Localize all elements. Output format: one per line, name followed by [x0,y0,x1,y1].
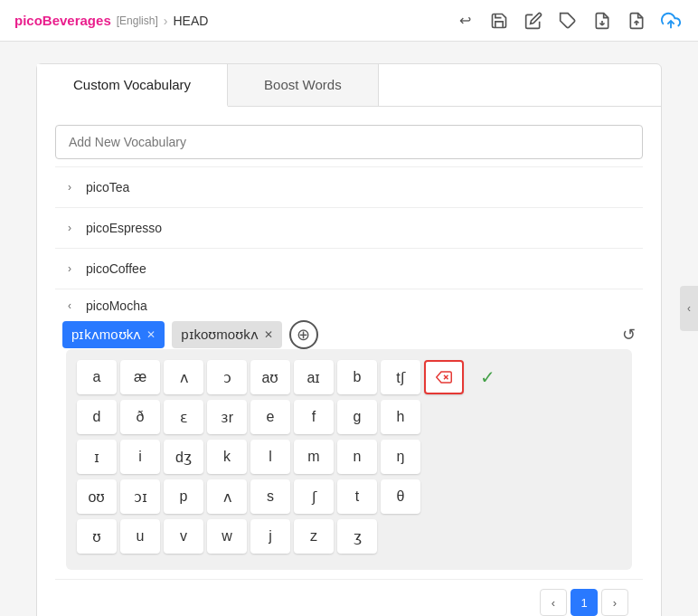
ipa-key-m[interactable]: m [294,440,334,474]
ipa-key-w[interactable]: w [207,519,247,554]
phonetic-tag-inactive-text: pɪkoʊmoʊkʌ [181,327,259,343]
ipa-key-n[interactable]: n [337,440,377,474]
ipa-key-turned-v[interactable]: ʌ [207,479,247,514]
ipa-row-5: ʊ u v w j z ʒ [77,519,621,554]
ipa-row-3: ɪ i dʒ k l m n ŋ [77,440,621,474]
phonetic-add-button[interactable]: ⊕ [289,320,318,349]
ipa-key-b[interactable]: b [337,360,377,394]
ipa-key-g[interactable]: g [337,400,377,434]
ipa-key-er[interactable]: ɜr [207,400,247,434]
vocab-item-picomocha-expanded: ‹ picoMocha pɪkʌmoʊkʌ ✕ pɪkoʊmoʊkʌ [55,289,643,580]
cloud-icon[interactable] [658,8,684,33]
ipa-key-t[interactable]: t [337,479,377,514]
pagination-prev[interactable]: ‹ [540,589,567,616]
breadcrumb-sep: › [164,14,168,28]
pagination: ‹ 1 › [55,580,643,616]
topbar-left: picoBeverages [English] › HEAD [14,13,208,28]
pagination-next[interactable]: › [601,589,628,616]
ipa-key-e[interactable]: e [250,400,290,434]
ipa-row-2: d ð ɛ ɜr e f g h [77,400,621,434]
phonetic-tag-active-text: pɪkʌmoʊkʌ [71,327,141,343]
topbar: picoBeverages [English] › HEAD ↩ [0,0,698,42]
tab-custom-vocabulary[interactable]: Custom Vocabulary [37,64,228,107]
ipa-key-ezh[interactable]: ʒ [337,519,377,554]
ipa-key-ae[interactable]: æ [120,360,160,394]
ipa-key-epsilon[interactable]: ɛ [164,400,203,434]
ipa-key-au[interactable]: aʊ [250,360,290,394]
phonetic-reset-button[interactable]: ↺ [622,325,636,345]
ipa-key-wedge[interactable]: ʌ [164,360,203,394]
vocab-item-picotea[interactable]: › picoTea [55,167,643,208]
chevron-icon-picocoffee: › [62,262,77,275]
ipa-key-esh[interactable]: ʃ [294,479,334,514]
ipa-row-1: a æ ʌ ɔ aʊ aɪ b tʃ ✓ [77,360,621,394]
tabs-header: Custom Vocabulary Boost Words [37,64,661,107]
pagination-page-1[interactable]: 1 [571,589,598,616]
import-icon[interactable] [624,8,649,33]
tabs-container: Custom Vocabulary Boost Words › picoTea … [36,63,662,616]
ipa-key-j[interactable]: j [250,519,290,554]
ipa-key-u[interactable]: u [120,519,160,554]
tag-icon[interactable] [555,8,580,33]
export-icon[interactable] [590,8,615,33]
ipa-key-f[interactable]: f [294,400,334,434]
ipa-key-k[interactable]: k [207,440,247,474]
brand-name[interactable]: picoBeverages [14,13,111,28]
ipa-key-upsilon[interactable]: ʊ [77,519,117,554]
phonetic-tag-active[interactable]: pɪkʌmoʊkʌ ✕ [62,321,165,348]
ipa-key-s[interactable]: s [250,479,290,514]
chevron-icon-picomocha: ‹ [62,299,77,312]
add-vocabulary-input[interactable] [55,125,643,159]
tab-content-custom-vocabulary: › picoTea › picoEspresso › picoCoffee ‹ [37,107,661,616]
ipa-key-ou[interactable]: oʊ [77,479,117,514]
vocab-item-picoespresso[interactable]: › picoEspresso [55,208,643,249]
save-icon[interactable] [486,8,512,33]
tab-boost-words[interactable]: Boost Words [228,64,379,106]
vocab-item-picomocha-header[interactable]: ‹ picoMocha [62,299,636,313]
ipa-keyboard: a æ ʌ ɔ aʊ aɪ b tʃ ✓ [66,349,632,570]
language-tag: [English] [117,14,158,27]
vocab-name-picotea: picoTea [86,180,129,194]
vocab-name-picoespresso: picoEspresso [86,221,162,235]
phonetic-tag-inactive-close[interactable]: ✕ [264,328,273,341]
vocab-item-picocoffee[interactable]: › picoCoffee [55,249,643,289]
ipa-key-eth[interactable]: ð [120,400,160,434]
vocabulary-list: › picoTea › picoEspresso › picoCoffee ‹ [55,166,643,580]
ipa-row-4: oʊ ɔɪ p ʌ s ʃ t θ [77,479,621,514]
phonetic-tag-active-close[interactable]: ✕ [146,328,156,341]
ipa-key-theta[interactable]: θ [381,479,420,514]
undo-icon[interactable]: ↩ [452,8,477,33]
ipa-key-p[interactable]: p [164,479,203,514]
ipa-key-eng[interactable]: ŋ [381,440,420,474]
edit-icon[interactable] [521,8,546,33]
phonetic-editor: pɪkʌmoʊkʌ ✕ pɪkoʊmoʊkʌ ✕ ⊕ ↺ [62,320,636,349]
ipa-key-i[interactable]: i [120,440,160,474]
ipa-key-ai[interactable]: aɪ [294,360,334,394]
ipa-key-d[interactable]: d [77,400,117,434]
ipa-key-small-i[interactable]: ɪ [77,440,117,474]
ipa-key-oi[interactable]: ɔɪ [120,479,160,514]
ipa-confirm-key[interactable]: ✓ [467,360,507,394]
ipa-delete-key[interactable] [424,360,464,394]
ipa-key-v[interactable]: v [164,519,203,554]
topbar-actions: ↩ [452,8,684,33]
ipa-key-tsh[interactable]: tʃ [381,360,420,394]
ipa-key-a[interactable]: a [77,360,117,394]
ipa-key-z[interactable]: z [294,519,334,554]
head-label: HEAD [173,14,208,28]
ipa-key-dzh[interactable]: dʒ [164,440,203,474]
phonetic-tag-inactive[interactable]: pɪkoʊmoʊkʌ ✕ [172,321,282,348]
ipa-key-open-o[interactable]: ɔ [207,360,247,394]
ipa-key-h[interactable]: h [381,400,420,434]
chevron-icon-picotea: › [62,181,77,194]
vocab-name-picomocha: picoMocha [86,299,147,313]
ipa-key-l[interactable]: l [250,440,290,474]
main-content: Custom Vocabulary Boost Words › picoTea … [0,42,698,616]
vocab-name-picocoffee: picoCoffee [86,261,146,276]
chevron-icon-picoespresso: › [62,222,77,234]
right-collapse-handle[interactable]: ‹ [680,286,698,331]
